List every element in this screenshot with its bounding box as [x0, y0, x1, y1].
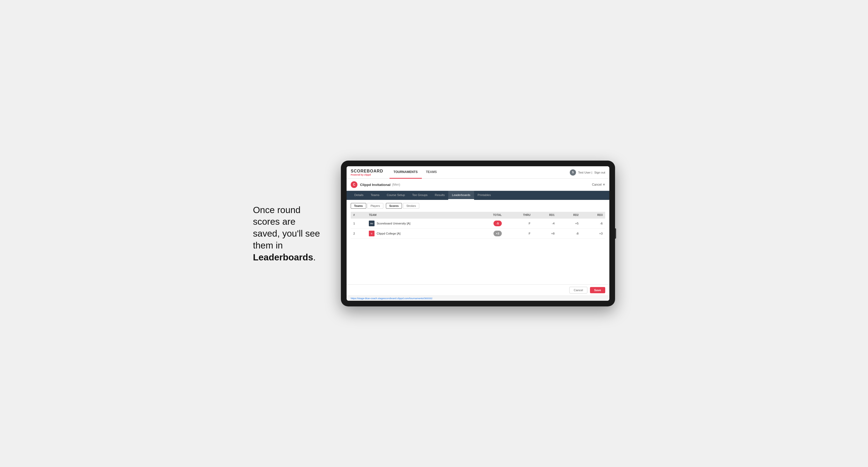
- team-2-total: +3: [473, 228, 504, 239]
- tab-details[interactable]: Details: [351, 191, 367, 200]
- footer-cancel-button[interactable]: Cancel: [569, 287, 587, 293]
- filter-teams[interactable]: Teams: [351, 203, 366, 209]
- table-row: 2 C Clippd College [A] +3: [351, 228, 605, 239]
- tab-tee-groups[interactable]: Tee Groups: [409, 191, 431, 200]
- side-text-line4: them in: [253, 240, 283, 250]
- tab-leaderboards[interactable]: Leaderboards: [448, 191, 474, 200]
- close-icon: ✕: [602, 183, 605, 186]
- team-1-rd3: -6: [581, 218, 605, 228]
- col-team: TEAM: [366, 212, 472, 218]
- sign-out-link[interactable]: Sign out: [594, 171, 605, 174]
- logo-area: SCOREBOARD Powered by clippd: [351, 169, 383, 176]
- tab-printables[interactable]: Printables: [474, 191, 495, 200]
- rank-2: 2: [351, 228, 366, 239]
- side-text: Once round scores are saved, you'll see …: [253, 204, 326, 263]
- team-2-name: Clippd College [A]: [377, 232, 400, 235]
- side-text-line3: saved, you'll see: [253, 228, 320, 239]
- team-2-rd1: +8: [533, 228, 557, 239]
- team-2-logo: C: [369, 231, 374, 236]
- page-wrapper: Once round scores are saved, you'll see …: [253, 161, 615, 306]
- rank-1: 1: [351, 218, 366, 228]
- logo-sub: Powered by clippd: [351, 174, 383, 176]
- team-1-rd2: +5: [557, 218, 581, 228]
- top-nav: SCOREBOARD Powered by clippd TOURNAMENTS…: [347, 166, 609, 179]
- team-1-total: -5: [473, 218, 504, 228]
- user-avatar: S: [570, 169, 576, 176]
- team-1-logo: SU: [369, 221, 374, 226]
- side-text-bold: Leaderboards: [253, 252, 313, 262]
- tablet: SCOREBOARD Powered by clippd TOURNAMENTS…: [341, 161, 615, 306]
- col-rd1: RD1: [533, 212, 557, 218]
- team-1-thru: F: [504, 218, 533, 228]
- tournament-name: Clippd Invitational: [360, 183, 391, 187]
- side-text-line2: scores are: [253, 216, 296, 226]
- team-1-name: Scoreboard University [A]: [377, 222, 410, 225]
- team-2-row: C Clippd College [A]: [369, 231, 470, 236]
- side-text-line1: Once round: [253, 205, 301, 215]
- nav-link-teams[interactable]: TEAMS: [422, 166, 441, 179]
- col-rd2: RD2: [557, 212, 581, 218]
- side-text-end: .: [313, 252, 316, 262]
- tournament-icon: C: [351, 181, 358, 188]
- cancel-button[interactable]: Cancel ✕: [592, 183, 605, 186]
- score-badge-1: -5: [494, 221, 502, 226]
- team-2-rd2: -8: [557, 228, 581, 239]
- footer-bar: Cancel Save: [347, 284, 609, 295]
- team-1-rd1: -4: [533, 218, 557, 228]
- leaderboard-content: Teams Players Scores Strokes # TEAM TOTA…: [347, 200, 609, 284]
- team-2-thru: F: [504, 228, 533, 239]
- leaderboard-table: # TEAM TOTAL THRU RD1 RD2 RD3 1: [351, 212, 605, 239]
- logo-text: SCOREBOARD: [351, 169, 383, 174]
- footer-save-button[interactable]: Save: [590, 287, 605, 293]
- col-rank: #: [351, 212, 366, 218]
- filter-scores[interactable]: Scores: [386, 203, 402, 209]
- col-rd3: RD3: [581, 212, 605, 218]
- nav-link-tournaments[interactable]: TOURNAMENTS: [390, 166, 422, 179]
- col-total: TOTAL: [473, 212, 504, 218]
- filter-strokes[interactable]: Strokes: [403, 203, 419, 209]
- url-bar: https://stage-blue-coach.stagescoroboard…: [347, 295, 609, 301]
- col-thru: THRU: [504, 212, 533, 218]
- nav-right: S Test User | Sign out: [570, 169, 605, 176]
- nav-user-text: Test User |: [578, 171, 592, 174]
- team-1-row: SU Scoreboard University [A]: [369, 221, 470, 226]
- tablet-screen: SCOREBOARD Powered by clippd TOURNAMENTS…: [347, 166, 609, 301]
- nav-links: TOURNAMENTS TEAMS: [390, 166, 570, 179]
- score-badge-2: +3: [494, 231, 502, 236]
- tab-results[interactable]: Results: [431, 191, 448, 200]
- team-1-cell: SU Scoreboard University [A]: [366, 218, 472, 228]
- cancel-label: Cancel: [592, 183, 601, 186]
- tab-course-setup[interactable]: Course Setup: [383, 191, 408, 200]
- filter-bar: Teams Players Scores Strokes: [351, 203, 605, 209]
- filter-players[interactable]: Players: [367, 203, 383, 209]
- tab-bar: Details Teams Course Setup Tee Groups Re…: [347, 191, 609, 200]
- content-area: C Clippd Invitational (Men) Cancel ✕ Det…: [347, 179, 609, 301]
- table-row: 1 SU Scoreboard University [A] -5: [351, 218, 605, 228]
- tournament-sub: (Men): [392, 183, 400, 186]
- tablet-notch: [615, 228, 616, 239]
- table-header-row: # TEAM TOTAL THRU RD1 RD2 RD3: [351, 212, 605, 218]
- team-2-cell: C Clippd College [A]: [366, 228, 472, 239]
- tab-teams[interactable]: Teams: [367, 191, 383, 200]
- tournament-header: C Clippd Invitational (Men) Cancel ✕: [347, 179, 609, 191]
- team-2-rd3: +3: [581, 228, 605, 239]
